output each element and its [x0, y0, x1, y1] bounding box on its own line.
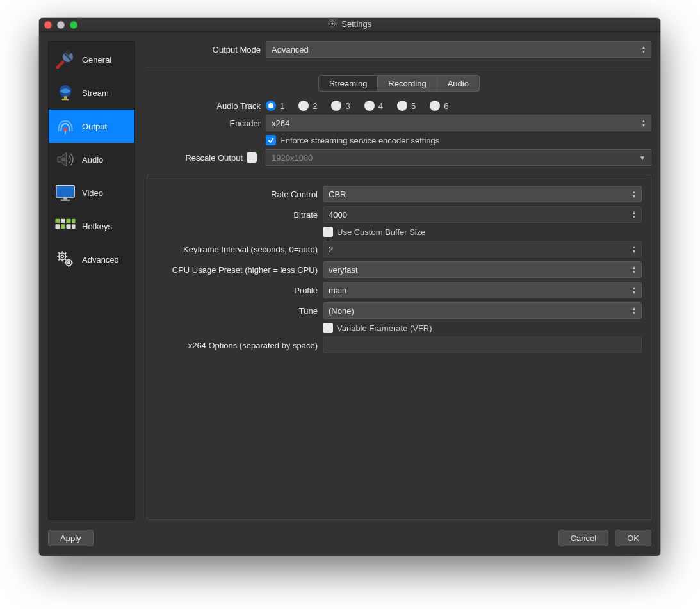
updown-icon: ▲▼ [630, 284, 639, 296]
svg-point-23 [61, 255, 63, 257]
vfr-checkbox[interactable] [323, 323, 333, 333]
zoom-window-button[interactable] [70, 21, 77, 29]
chevron-down-icon: ▼ [639, 154, 646, 161]
tune-label: Tune [156, 306, 323, 316]
audio-track-radios: 1 2 3 4 5 6 [266, 101, 651, 111]
sidebar-item-advanced[interactable]: Advanced [49, 243, 134, 276]
window-controls [44, 21, 77, 29]
minimize-window-button[interactable] [57, 21, 65, 29]
window-title: Settings [341, 19, 371, 29]
spinner-icon: ▲▼ [630, 243, 639, 256]
rate-control-select[interactable]: CBR ▲▼ [323, 186, 642, 202]
cancel-button[interactable]: Cancel [558, 530, 608, 546]
monitor-icon [54, 181, 77, 204]
output-mode-label: Output Mode [147, 45, 266, 54]
titlebar: Settings [39, 18, 660, 32]
svg-rect-14 [55, 219, 60, 223]
updown-icon: ▲▼ [639, 117, 648, 129]
obs-icon [328, 19, 337, 30]
audio-track-2[interactable]: 2 [298, 101, 317, 111]
audio-track-1[interactable]: 1 [266, 101, 284, 111]
profile-label: Profile [156, 286, 323, 295]
rescale-label: Rescale Output [185, 153, 243, 163]
tune-select[interactable]: (None) ▲▼ [323, 302, 642, 319]
rescale-placeholder: 1920x1080 [272, 153, 313, 163]
sidebar: General Stream Output [48, 41, 135, 520]
keyframe-input[interactable]: 2 ▲▼ [323, 241, 642, 257]
svg-point-2 [331, 22, 334, 25]
sidebar-item-label: Output [82, 122, 107, 131]
tab-audio[interactable]: Audio [437, 75, 480, 92]
enforce-checkbox[interactable] [266, 135, 276, 145]
x264-options-input[interactable] [323, 337, 642, 353]
vfr-label: Variable Framerate (VFR) [337, 323, 432, 333]
sidebar-item-output[interactable]: Output [49, 110, 134, 143]
apply-button[interactable]: Apply [48, 530, 94, 546]
profile-select[interactable]: main ▲▼ [323, 282, 642, 298]
sidebar-item-label: Hotkeys [82, 222, 112, 231]
audio-track-6[interactable]: 6 [430, 101, 448, 111]
updown-icon: ▲▼ [639, 43, 648, 56]
sidebar-item-label: Audio [82, 155, 103, 165]
svg-rect-18 [55, 224, 60, 229]
spinner-icon: ▲▼ [630, 208, 639, 221]
bitrate-input[interactable]: 4000 ▲▼ [323, 206, 642, 223]
audio-track-3[interactable]: 3 [331, 101, 350, 111]
sidebar-item-label: Stream [82, 88, 109, 98]
svg-point-22 [59, 253, 66, 260]
updown-icon: ▲▼ [630, 188, 639, 200]
output-tabs: Streaming Recording Audio [318, 75, 480, 92]
footer: Apply Cancel OK [48, 529, 651, 547]
x264-options-label: x264 Options (separated by space) [156, 341, 323, 350]
audio-track-label: Audio Track [147, 101, 266, 111]
tab-recording[interactable]: Recording [378, 75, 437, 92]
output-mode-value: Advanced [272, 45, 309, 54]
svg-line-32 [65, 252, 66, 254]
tab-streaming[interactable]: Streaming [318, 75, 378, 92]
encoder-label: Encoder [147, 118, 266, 128]
svg-rect-12 [63, 197, 67, 200]
svg-line-33 [58, 259, 60, 260]
ok-button[interactable]: OK [615, 530, 651, 546]
content-pane: Output Mode Advanced ▲▼ Streaming Record… [147, 41, 651, 520]
sidebar-item-label: General [82, 55, 111, 65]
sidebar-item-video[interactable]: Video [49, 176, 134, 209]
updown-icon: ▲▼ [630, 263, 639, 276]
svg-rect-19 [61, 224, 65, 229]
speaker-icon [54, 148, 77, 171]
sidebar-item-general[interactable]: General [49, 43, 134, 76]
wrench-icon [54, 48, 77, 71]
sidebar-item-hotkeys[interactable]: Hotkeys [49, 209, 134, 243]
custom-buffer-label: Use Custom Buffer Size [337, 227, 425, 237]
svg-line-31 [65, 259, 66, 260]
custom-buffer-checkbox[interactable] [323, 227, 333, 237]
keyboard-icon [54, 215, 77, 238]
title-wrap: Settings [39, 19, 660, 30]
audio-track-5[interactable]: 5 [397, 101, 416, 111]
svg-rect-7 [62, 99, 69, 100]
sidebar-item-stream[interactable]: Stream [49, 76, 134, 110]
rescale-select[interactable]: 1920x1080 ▼ [266, 149, 651, 166]
bitrate-label: Bitrate [156, 210, 323, 220]
audio-track-4[interactable]: 4 [364, 101, 383, 111]
svg-rect-17 [72, 219, 76, 223]
close-window-button[interactable] [44, 21, 52, 29]
rescale-checkbox[interactable] [247, 152, 257, 163]
window-body: General Stream Output [39, 32, 660, 556]
separator [147, 67, 651, 67]
sidebar-item-audio[interactable]: Audio [49, 143, 134, 176]
output-mode-select[interactable]: Advanced ▲▼ [266, 41, 651, 58]
encoder-select[interactable]: x264 ▲▼ [266, 115, 651, 131]
svg-rect-6 [64, 96, 67, 99]
keyframe-label: Keyframe Interval (seconds, 0=auto) [156, 245, 323, 254]
gears-icon [54, 248, 77, 271]
svg-point-0 [328, 20, 336, 28]
broadcast-icon [54, 115, 77, 138]
svg-line-30 [58, 252, 60, 254]
updown-icon: ▲▼ [630, 304, 639, 317]
svg-rect-20 [66, 224, 70, 229]
svg-point-10 [61, 158, 66, 162]
cpu-preset-select[interactable]: veryfast ▲▼ [323, 261, 642, 278]
svg-point-1 [330, 21, 335, 26]
svg-rect-21 [72, 224, 76, 229]
